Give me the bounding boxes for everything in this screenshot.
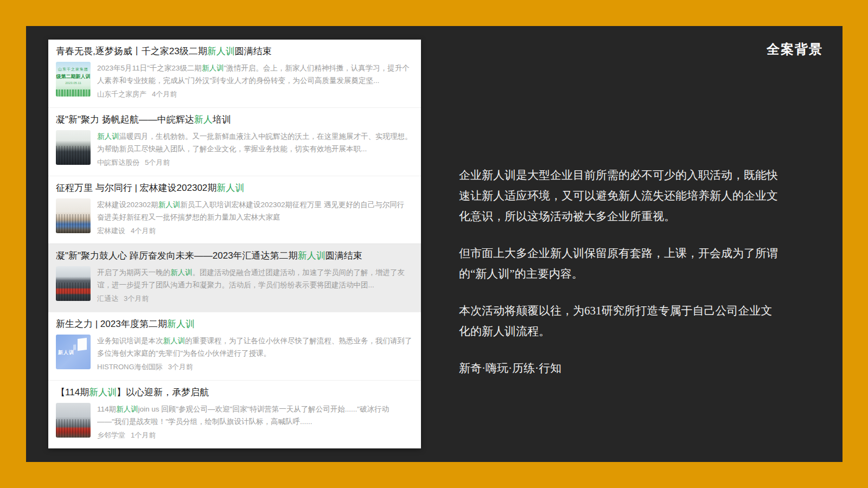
search-result-item[interactable]: 征程万里 与尔同行 | 宏林建设202302期新人训 宏林建设202302期新人… bbox=[48, 176, 421, 244]
result-title[interactable]: 征程万里 与尔同行 | 宏林建设202302期新人训 bbox=[56, 182, 413, 194]
result-thumbnail[interactable] bbox=[56, 130, 91, 165]
result-source: 山东千之家房产 bbox=[97, 90, 146, 98]
result-title-keyword: 新人训 bbox=[167, 319, 195, 329]
result-description: 宏林建设202302期新人训新员工入职培训宏林建设202302期征程万里 遇见更… bbox=[97, 198, 413, 223]
search-result-item[interactable]: 新生之力 | 2023年度第二期新人训 新人训 业务知识培训是本次新人训的重要课… bbox=[48, 312, 421, 380]
thumbnail-text: 新人训 bbox=[58, 349, 74, 356]
result-time: 4个月前 bbox=[152, 90, 177, 98]
result-meta: 中皖辉达股份5个月前 bbox=[97, 158, 413, 168]
result-time: 1个月前 bbox=[131, 431, 156, 439]
result-title-keyword: 新人训 bbox=[207, 46, 235, 56]
result-thumbnail[interactable]: 山东千之家集团 级第二期新人训 2023.05.11 bbox=[56, 62, 91, 97]
result-title-text: 圆满结束 bbox=[235, 46, 272, 56]
result-desc-keyword: 新人训 bbox=[116, 405, 138, 413]
result-time: 3个月前 bbox=[168, 363, 193, 371]
result-time: 5个月前 bbox=[145, 158, 170, 166]
result-source: 中皖辉达股份 bbox=[97, 158, 139, 166]
result-meta: 宏林建设4个月前 bbox=[97, 226, 413, 236]
result-desc-keyword: 新人训 bbox=[158, 201, 181, 209]
result-desc-keyword: 新人训 bbox=[202, 64, 224, 72]
thumbnail-text: 级第二期新人训 bbox=[56, 73, 91, 80]
result-description: 新人训温暖四月，生机勃勃。又一批新鲜血液注入中皖辉达的沃土，在这里施展才干、实现… bbox=[97, 130, 413, 155]
page-title: 全案背景 bbox=[767, 41, 823, 58]
result-time: 3个月前 bbox=[124, 294, 149, 303]
thumbnail-text: 山东千之家集团 bbox=[56, 67, 91, 72]
search-result-item[interactable]: 凝"新"聚力 扬帆起航——中皖辉达新人培训 新人训温暖四月，生机勃勃。又一批新鲜… bbox=[48, 107, 421, 176]
result-title-text: 征程万里 与尔同行 | 宏林建设202302期 bbox=[56, 183, 216, 193]
thumbnail-text: 2023.05.11 bbox=[56, 81, 91, 85]
result-thumbnail[interactable] bbox=[56, 266, 91, 301]
result-time: 4个月前 bbox=[131, 227, 156, 235]
result-source: HISTRONG海创国际 bbox=[97, 363, 163, 371]
result-description: 开启了为期两天一晚的新人训。团建活动促融合通过团建活动，加速了学员间的了解，增进… bbox=[97, 266, 413, 291]
result-title-text: 凝"新"聚力 扬帆起航——中皖辉达 bbox=[56, 114, 194, 125]
result-title-text: 新生之力 | 2023年度第二期 bbox=[56, 319, 167, 329]
result-title-keyword: 新人训 bbox=[298, 251, 326, 261]
result-meta: 山东千之家房产4个月前 bbox=[97, 89, 413, 99]
result-thumbnail[interactable]: 新人训 bbox=[56, 335, 91, 369]
result-thumbnail[interactable] bbox=[56, 198, 91, 233]
search-result-item[interactable]: 青春无畏,逐梦扬威丨千之家23级二期新人训圆满结束 山东千之家集团 级第二期新人… bbox=[48, 40, 421, 107]
result-source: 乡邻学堂 bbox=[97, 431, 125, 439]
result-description: 114期新人训join us 回顾"参观公司—欢迎"回家"特训营第一天从了解公司… bbox=[97, 403, 413, 428]
result-title-text: 凝"新"聚力鼓人心 踔厉奋发向未来——2023年汇通达第二期 bbox=[56, 251, 298, 261]
result-title-keyword: 新人训 bbox=[216, 183, 244, 193]
result-title-text: 【114期 bbox=[56, 387, 89, 397]
result-desc-keyword: 新人训 bbox=[97, 132, 119, 140]
copy-slogan: 新奇·嗨玩·历练·行知 bbox=[459, 358, 778, 378]
result-title[interactable]: 【114期新人训】以心迎新，承梦启航 bbox=[56, 386, 413, 399]
copy-paragraph: 企业新人训是大型企业目前所需的必不可少的入职活动，既能快速让新人适应环境，又可以… bbox=[459, 165, 778, 227]
result-meta: HISTRONG海创国际3个月前 bbox=[97, 362, 413, 372]
result-title-keyword: 新人训 bbox=[89, 387, 117, 397]
search-result-item-selected[interactable]: 凝"新"聚力鼓人心 踔厉奋发向未来——2023年汇通达第二期新人训圆满结束 开启… bbox=[48, 243, 421, 312]
result-meta: 乡邻学堂1个月前 bbox=[97, 431, 413, 440]
slide-dark-panel: 青春无畏,逐梦扬威丨千之家23级二期新人训圆满结束 山东千之家集团 级第二期新人… bbox=[26, 26, 843, 462]
result-title-text: 培训 bbox=[213, 114, 231, 125]
result-title-text: 圆满结束 bbox=[326, 251, 362, 261]
result-description: 2023年5月11日"千之家23级二期新人训"激情开启。会上，新家人们精神抖擞，… bbox=[97, 62, 413, 87]
result-title-keyword: 新人 bbox=[194, 114, 213, 125]
result-title-text: 】以心迎新，承梦启航 bbox=[117, 387, 209, 397]
result-title[interactable]: 凝"新"聚力 扬帆起航——中皖辉达新人培训 bbox=[56, 113, 413, 126]
result-description: 业务知识培训是本次新人训的重要课程，为了让各位小伙伴尽快了解流程、熟悉业务，我们… bbox=[97, 335, 413, 359]
result-title[interactable]: 凝"新"聚力鼓人心 踔厉奋发向未来——2023年汇通达第二期新人训圆满结束 bbox=[56, 249, 413, 262]
result-source: 宏林建设 bbox=[97, 227, 125, 235]
copy-paragraph: 本次活动将颠覆以往，为631研究所打造专属于自己公司企业文化的新人训流程。 bbox=[459, 300, 778, 342]
search-result-item[interactable]: 【114期新人训】以心迎新，承梦启航 114期新人训join us 回顾"参观公… bbox=[48, 380, 421, 448]
background-copy: 企业新人训是大型企业目前所需的必不可少的入职活动，既能快速让新人适应环境，又可以… bbox=[459, 165, 778, 378]
result-thumbnail[interactable] bbox=[56, 403, 91, 438]
result-desc-keyword: 新人训 bbox=[170, 268, 193, 277]
result-title[interactable]: 新生之力 | 2023年度第二期新人训 bbox=[56, 318, 413, 330]
result-title-text: 青春无畏,逐梦扬威丨千之家23级二期 bbox=[56, 46, 207, 56]
result-title[interactable]: 青春无畏,逐梦扬威丨千之家23级二期新人训圆满结束 bbox=[56, 45, 413, 57]
result-source: 汇通达 bbox=[97, 294, 118, 303]
copy-paragraph: 但市面上大多企业新人训保留原有套路，上课，开会成为了所谓的“新人训”的主要内容。 bbox=[459, 243, 778, 284]
result-meta: 汇通达3个月前 bbox=[97, 294, 413, 304]
result-desc-keyword: 新人训 bbox=[163, 337, 186, 345]
search-results-card: 青春无畏,逐梦扬威丨千之家23级二期新人训圆满结束 山东千之家集团 级第二期新人… bbox=[48, 40, 421, 448]
